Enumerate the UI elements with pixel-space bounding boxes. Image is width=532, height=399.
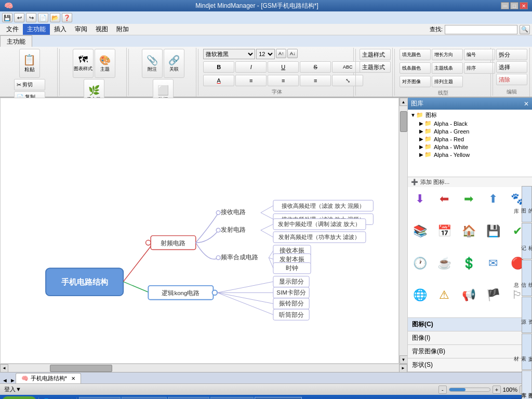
fill-color-button[interactable]: 填充颜色: [400, 49, 431, 60]
tree-expand-icon-2[interactable]: ▶: [418, 128, 424, 134]
attach-button[interactable]: 📎 附注: [142, 49, 163, 78]
icon-cell-1[interactable]: ⬅: [434, 189, 454, 209]
paste-button[interactable]: 📋 粘贴: [19, 49, 40, 78]
menu-review[interactable]: 审阅: [71, 24, 91, 35]
menu-file[interactable]: 文件: [2, 24, 23, 35]
zoom-slider[interactable]: [449, 388, 490, 392]
menu-insert[interactable]: 插入: [50, 24, 71, 35]
qa-redo[interactable]: ↪: [26, 13, 36, 22]
italic-button[interactable]: I: [235, 61, 267, 73]
edge-tab-my-library[interactable]: 我的图库: [522, 186, 532, 222]
scroll-right-arrow[interactable]: ►: [399, 364, 407, 373]
menu-main[interactable]: 主功能: [23, 24, 50, 35]
tree-expand-icon-4[interactable]: ▶: [418, 144, 424, 150]
select-button[interactable]: 选择: [496, 61, 527, 73]
search-button[interactable]: 🔍: [520, 25, 530, 34]
qa-undo[interactable]: ↩: [14, 13, 24, 22]
zoom-out-button[interactable]: -: [438, 385, 447, 394]
icon-cell-18[interactable]: 🏴: [483, 285, 503, 305]
type-btn-shape[interactable]: 形状(S): [408, 358, 532, 372]
icon-cell-11[interactable]: ☕: [434, 254, 454, 273]
font-grow-button[interactable]: A↑: [276, 49, 286, 58]
sidebar-close-button[interactable]: ✕: [524, 100, 529, 108]
taskbar-item-browser[interactable]: 普及版江西...: [210, 397, 253, 399]
taskbar-item-mindjet[interactable]: 🧠 Mindjet Mi...: [255, 397, 302, 399]
horizontal-scrollbar[interactable]: ◄ ►: [0, 364, 407, 372]
close-button[interactable]: ✕: [520, 2, 528, 9]
menu-add[interactable]: 附加: [112, 24, 133, 35]
grow-dir-button[interactable]: 增长方向: [432, 49, 463, 60]
qa-help[interactable]: ❓: [62, 13, 72, 22]
font-shrink-button[interactable]: A↓: [287, 49, 298, 58]
add-icon-button[interactable]: ➕ 添加 图标...: [408, 177, 532, 187]
numbering-button[interactable]: 编号: [464, 49, 495, 60]
scroll-up-arrow[interactable]: ▲: [400, 98, 408, 106]
qa-new[interactable]: 📄: [38, 13, 48, 22]
topic-style-button[interactable]: 主题样式: [360, 49, 391, 60]
nav-forward[interactable]: ►: [10, 377, 16, 383]
strikethrough-button[interactable]: S: [300, 61, 331, 73]
link-button[interactable]: 🔗 关联: [164, 49, 184, 78]
tree-root[interactable]: ▼ 📁 图标: [409, 111, 531, 119]
sort-button[interactable]: 排序: [464, 62, 495, 74]
chart-style-button[interactable]: 🗺 图表样式: [73, 49, 94, 78]
qa-open[interactable]: 📂: [50, 13, 60, 22]
type-btn-bg-image[interactable]: 背景图像(B): [408, 345, 532, 358]
taskbar-item-wps[interactable]: WPS 演示 ...: [79, 397, 121, 399]
search-input[interactable]: [445, 25, 517, 34]
clear-button[interactable]: 清除: [496, 74, 527, 85]
icon-cell-10[interactable]: 🕐: [410, 254, 430, 273]
icon-cell-0[interactable]: ⬇: [410, 189, 430, 209]
align-image-button[interactable]: 对齐图像: [400, 76, 431, 87]
taskbar-item-camera[interactable]: ◎ 数方摄像头: [122, 397, 167, 399]
edge-tab-online-info[interactable]: 在线信息: [522, 260, 532, 296]
icon-cell-13[interactable]: ✉: [483, 254, 503, 273]
taskbar-item-explorer[interactable]: E:\苹果手...: [168, 397, 209, 399]
tab-main-function[interactable]: 主功能: [0, 35, 32, 47]
icon-cell-16[interactable]: ⚠: [434, 285, 454, 305]
font-size-select[interactable]: 12: [256, 49, 275, 59]
tree-item-alpha-white[interactable]: ▶ 📁 Alpha - White: [417, 143, 531, 151]
align-right-button[interactable]: ≡: [300, 75, 331, 86]
scroll-down-arrow[interactable]: ▼: [400, 355, 408, 364]
tree-item-alpha-black[interactable]: ▶ 📁 Alpha - Black: [417, 119, 531, 127]
edge-tab-marks[interactable]: 标记: [522, 223, 532, 259]
type-btn-image[interactable]: 图像(I): [408, 331, 532, 345]
split-button[interactable]: 拆分: [496, 49, 527, 60]
topic-line-button[interactable]: 主题线条: [432, 62, 463, 74]
align-left-button[interactable]: ≡: [235, 75, 267, 86]
theme-button[interactable]: 🎨 主题: [95, 49, 115, 78]
type-btn-icon[interactable]: 图标(C): [408, 318, 532, 331]
icon-cell-15[interactable]: 🌐: [410, 285, 430, 305]
qa-save[interactable]: 💾: [2, 13, 12, 22]
tree-item-alpha-green[interactable]: ▶ 📁 Alpha - Green: [417, 127, 531, 135]
topic-form-button[interactable]: 主题形式: [360, 61, 391, 73]
tree-expand-icon-1[interactable]: ▶: [418, 121, 424, 126]
edge-tab-patterns[interactable]: 图案素材: [522, 334, 532, 370]
font-name-select[interactable]: 微软雅黑: [203, 49, 255, 59]
icon-cell-17[interactable]: 📢: [459, 285, 478, 305]
tree-item-alpha-yellow[interactable]: ▶ 📁 Alpha - Yellow: [417, 151, 531, 158]
menu-view[interactable]: 视图: [91, 24, 112, 35]
align-center-button[interactable]: ≡: [268, 75, 299, 86]
icon-cell-7[interactable]: 🏠: [459, 221, 478, 241]
doc-tab-mindmap[interactable]: 🧠 手机电路结构* ✕: [16, 373, 81, 383]
edge-tab-resources[interactable]: 资源: [522, 297, 532, 333]
line-color-button[interactable]: 线条颜色: [400, 62, 431, 74]
vertical-scrollbar[interactable]: ▲ ▼: [399, 98, 407, 364]
icon-cell-2[interactable]: ➡: [459, 189, 478, 209]
tree-expand-icon-3[interactable]: ▶: [418, 136, 424, 142]
scroll-track-v[interactable]: [400, 106, 408, 355]
doc-tab-close[interactable]: ✕: [71, 376, 75, 381]
canvas[interactable]: 手机电路结构 射频电路 接收电路 接收高频处理（滤波 放大 混频）: [0, 98, 399, 364]
start-button[interactable]: 🪟 开始: [2, 396, 36, 399]
scroll-thumb-v[interactable]: [400, 111, 407, 132]
maximize-button[interactable]: □: [510, 2, 518, 9]
icon-cell-3[interactable]: ⬆: [483, 189, 503, 209]
icon-cell-5[interactable]: 📚: [410, 221, 430, 241]
tree-item-alpha-red[interactable]: ▶ 📁 Alpha - Red: [417, 135, 531, 143]
font-color-button[interactable]: A: [203, 75, 234, 86]
bold-button[interactable]: B: [203, 61, 234, 73]
tree-expand-icon[interactable]: ▼: [410, 112, 416, 118]
scroll-left-arrow[interactable]: ◄: [0, 364, 8, 373]
